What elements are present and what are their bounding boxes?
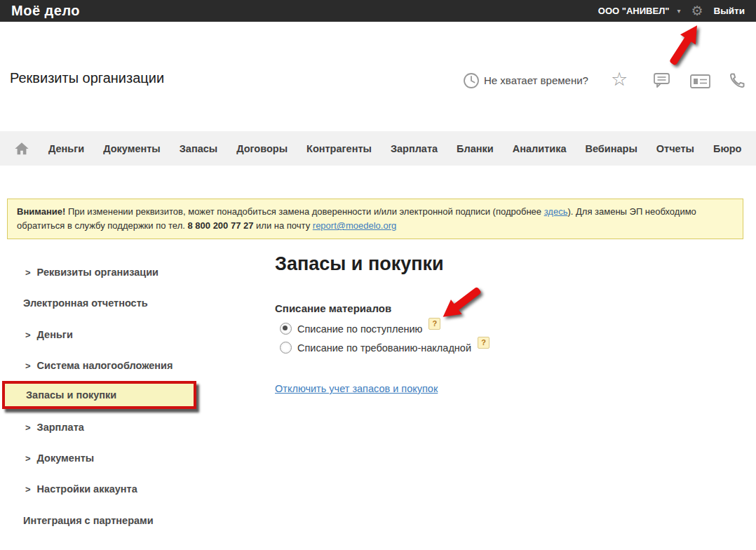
sidebar-item-integraciya-s-partnerami[interactable]: Интеграция с партнерами (10, 514, 154, 527)
banner-phone: 8 800 200 77 27 (187, 220, 253, 231)
banner-text: При изменении реквизитов, может понадоби… (65, 206, 544, 217)
help-icon[interactable]: ? (478, 337, 490, 349)
radio-label: Списание по требованию-накладной (297, 342, 471, 354)
main-nav: Деньги Документы Запасы Договоры Контраг… (0, 131, 756, 166)
chevron-right-icon: > (25, 422, 31, 434)
tab-dogovory[interactable]: Договоры (236, 143, 288, 154)
star-icon[interactable]: ☆ (611, 68, 628, 90)
radio-group-label: Списание материалов (275, 302, 391, 314)
content-heading: Запасы и покупки (275, 253, 444, 275)
chevron-down-icon[interactable]: ▾ (677, 7, 680, 15)
banner-link-email[interactable]: report@moedelo.org (313, 220, 396, 231)
tab-vebinary[interactable]: Вебинары (586, 143, 637, 154)
chevron-right-icon: > (25, 329, 31, 342)
tab-blanki[interactable]: Бланки (457, 143, 494, 154)
tab-dengi[interactable]: Деньги (48, 143, 84, 154)
page: Моё дело ООО "АНИВЕЛ" ▾ ⚙ Выйти Реквизит… (0, 0, 756, 550)
sidebar-item-rekvizity[interactable]: >Реквизиты организации (10, 266, 158, 279)
sidebar-item-elektronnaya-otchetnost[interactable]: Электронная отчетность (10, 297, 148, 309)
sidebar-item-dengi[interactable]: >Деньги (10, 328, 73, 342)
sidebar-item-zapasy-i-pokupki-active[interactable]: Запасы и покупки (2, 381, 196, 409)
radio-option-spisanie-po-postupleniyu[interactable]: Списание по поступлению ? (280, 323, 440, 335)
tab-otchety[interactable]: Отчеты (656, 143, 694, 154)
sidebar-item-label: Запасы и покупки (26, 389, 116, 401)
red-arrow-annotation-gear (665, 20, 704, 67)
chevron-right-icon: > (25, 267, 31, 279)
sidebar-item-nastroyki-akkaunta[interactable]: >Настройки аккаунта (10, 483, 137, 496)
home-icon[interactable] (14, 141, 29, 156)
warning-banner: Внимание! При изменении реквизитов, може… (7, 199, 743, 239)
sidebar-item-label: Деньги (37, 329, 73, 340)
radio-button[interactable] (280, 342, 292, 354)
chat-icon[interactable] (651, 72, 670, 89)
topbar-right: ООО "АНИВЕЛ" ▾ ⚙ Выйти (598, 4, 745, 18)
sidebar-item-label: Электронная отчетность (23, 297, 148, 309)
red-arrow-annotation-help (425, 278, 495, 334)
app-logo[interactable]: Моё дело (11, 3, 80, 19)
company-selector[interactable]: ООО "АНИВЕЛ" (598, 6, 670, 16)
sidebar-item-zarplata[interactable]: >Зарплата (10, 421, 84, 434)
sidebar-item-label: Система налогообложения (37, 360, 173, 371)
sidebar-item-sistema-nalogooblozheniya[interactable]: >Система налогообложения (10, 359, 173, 373)
topbar: Моё дело ООО "АНИВЕЛ" ▾ ⚙ Выйти (0, 0, 756, 22)
contact-card-icon[interactable] (690, 74, 710, 88)
clock-icon (463, 72, 480, 89)
page-title: Реквизиты организации (10, 70, 164, 86)
radio-label: Списание по поступлению (297, 323, 422, 335)
sidebar-item-dokumenty[interactable]: >Документы (10, 452, 94, 465)
disable-inventory-link[interactable]: Отключить учет запасов и покупок (275, 383, 438, 394)
phone-icon[interactable] (728, 71, 747, 90)
sidebar-item-label: Реквизиты организации (37, 267, 158, 278)
logout-button[interactable]: Выйти (714, 6, 745, 16)
banner-text: или на почту (253, 220, 312, 231)
chevron-right-icon: > (25, 483, 31, 496)
tab-analitika[interactable]: Аналитика (513, 143, 567, 154)
sidebar-item-label: Интеграция с партнерами (23, 515, 154, 526)
chevron-right-icon: > (25, 360, 31, 373)
tab-zarplata[interactable]: Зарплата (391, 143, 438, 154)
radio-button-selected[interactable] (280, 323, 292, 335)
help-text-link[interactable]: Не хватает времени? (484, 74, 588, 86)
tab-kontragenty[interactable]: Контрагенты (306, 143, 372, 154)
sidebar-item-label: Зарплата (37, 422, 84, 433)
sidebar-item-label: Документы (37, 452, 95, 464)
sidebar-item-label: Настройки аккаунта (37, 483, 137, 495)
radio-option-spisanie-po-trebovaniyu[interactable]: Списание по требованию-накладной ? (280, 342, 490, 354)
tab-dokumenty[interactable]: Документы (103, 143, 161, 154)
chevron-right-icon: > (25, 452, 31, 465)
tab-zapasy[interactable]: Запасы (180, 143, 217, 154)
banner-link-here[interactable]: здесь (544, 206, 568, 217)
banner-bold-prefix: Внимание! (17, 206, 65, 217)
gear-icon[interactable]: ⚙ (691, 4, 703, 18)
tab-byuro[interactable]: Бюро (713, 143, 742, 154)
